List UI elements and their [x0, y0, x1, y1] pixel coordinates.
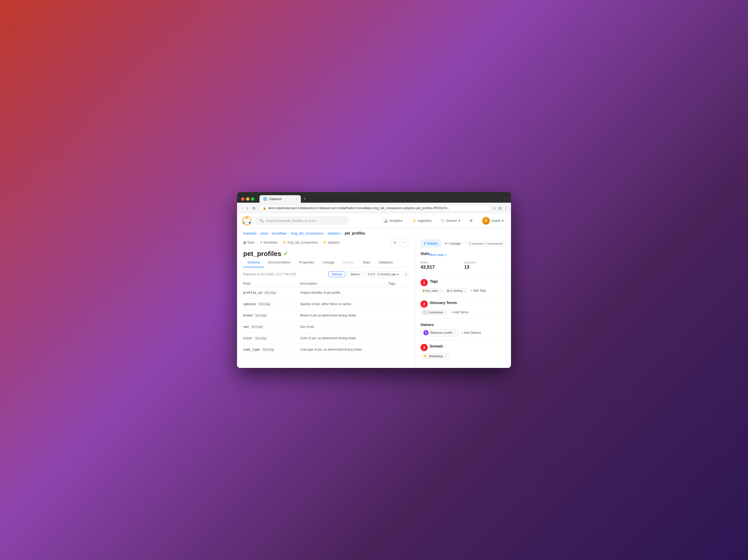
version-label: 0.0.0 - 3 months ago [368, 273, 396, 276]
schema-toolbar: Reported at 3/17/2022, 12:27 PM CDT Norm… [243, 272, 409, 277]
copy-button[interactable]: ⎘ [391, 238, 399, 247]
desc-cell: Sex of pet [300, 325, 388, 329]
more-button[interactable]: ⋮ [504, 206, 508, 211]
meta-sep-1: › [257, 241, 258, 244]
user-avatar: G [482, 217, 490, 225]
add-owners-button[interactable]: + Add Owners [460, 330, 483, 335]
ingestion-label: Ingestion [418, 219, 431, 223]
new-tab-button[interactable]: + [301, 196, 309, 202]
tag-dot-purple [447, 290, 449, 291]
more-actions-button[interactable]: ⋯ [401, 238, 409, 247]
analytics-icon: 📊 [383, 219, 388, 223]
app-nav: 🔍 Search Datasets, People, & more... 📊 A… [237, 214, 511, 228]
address-bar[interactable]: 🔒 demo.datahubproject.io/dataset/urn:li:… [259, 205, 491, 211]
tag-has-stats-close[interactable]: × [439, 289, 441, 292]
breadcrumb-snowflake[interactable]: snowflake [272, 231, 287, 235]
back-button[interactable]: ‹ [240, 205, 243, 211]
lineage-badge[interactable]: 0 upstream, 2 downstream [467, 241, 506, 246]
adoption-folder-icon: 📁 [323, 241, 327, 244]
tag-in-testing-close[interactable]: × [464, 289, 465, 292]
ingestion-nav-item[interactable]: ⚡ Ingestion [410, 218, 434, 224]
owner-avatar-s: S [423, 330, 428, 335]
columns-label: Columns [464, 261, 506, 264]
field-name: coat_type [243, 348, 260, 352]
columns-value: 13 [464, 264, 506, 270]
lineage-tab-label: Lineage [449, 241, 461, 246]
tag-in-testing: in_testing × [445, 288, 468, 293]
meta-type: ▦ Table [243, 241, 255, 244]
svg-point-1 [246, 217, 248, 219]
field-name: profile_id [243, 291, 262, 295]
breadcrumb-adoption[interactable]: adoption [327, 231, 341, 235]
divider-1 [421, 275, 506, 275]
breadcrumb-sep-3: › [288, 231, 289, 235]
bookmark-button[interactable]: ☆ [493, 206, 496, 211]
table-row: color String Color of pet, as determined… [243, 333, 409, 344]
meta-platform: ❄ Snowflake [260, 241, 278, 244]
govern-nav-item[interactable]: 🛡 Govern ▾ [439, 218, 463, 224]
fullscreen-traffic-light[interactable] [251, 197, 254, 201]
close-traffic-light[interactable] [241, 197, 244, 201]
owner-shannon: S Shannon Lovett × [421, 329, 458, 336]
domain-icon: 📁 [423, 354, 427, 358]
refresh-button[interactable]: ↻ [251, 205, 257, 211]
desc-cell: Unique identifier of pet profile [300, 291, 388, 295]
breadcrumb-datasets[interactable]: Datasets [243, 231, 256, 235]
settings-nav-item[interactable]: ⚙ [468, 218, 475, 224]
detail-tab-lineage[interactable]: ⇌ Lineage [441, 239, 465, 248]
datahub-logo-svg [242, 216, 252, 226]
schema-info-button[interactable]: ℹ [404, 272, 409, 277]
normal-button[interactable]: Normal [328, 272, 345, 277]
forward-button[interactable]: › [246, 205, 249, 211]
type-badge: String [258, 302, 271, 306]
glossary-section: 2 Glossary Terms 📋 Confidential × + Add … [421, 300, 506, 315]
detail-tab-details[interactable]: ℹ Details [421, 239, 441, 248]
search-bar[interactable]: 🔍 Search Datasets, People, & more... [256, 217, 349, 225]
profile-button[interactable]: ⊙ [498, 206, 502, 211]
domain-title: Domain [430, 344, 443, 348]
domain-label: Marketing [429, 354, 443, 358]
field-cell: profile_id String [243, 291, 300, 295]
domain-close[interactable]: × [445, 355, 446, 357]
more-stats-link[interactable]: More stats > [429, 253, 446, 257]
table-row: species String Species of pet, either fe… [243, 299, 409, 310]
tab-validation[interactable]: Validation [375, 258, 397, 267]
svg-point-2 [249, 221, 251, 224]
version-chevron: ▾ [397, 273, 399, 276]
meta-folder: 📁 adoption [323, 241, 340, 244]
term-confidential-close[interactable]: × [444, 311, 446, 314]
minimize-traffic-light[interactable] [246, 197, 250, 201]
analytics-nav-item[interactable]: 📊 Analytics [381, 218, 405, 224]
app-logo [242, 216, 252, 226]
owner-close[interactable]: × [454, 331, 455, 334]
tab-close-button[interactable]: × [296, 197, 297, 201]
tags-row: has_stats × in_testing × + Add Tags [421, 288, 506, 293]
add-terms-button[interactable]: + Add Terms [450, 310, 470, 314]
tab-properties[interactable]: Properties [295, 258, 318, 267]
divider-2 [421, 297, 506, 297]
meta-type-label: Table [247, 241, 255, 244]
table-icon: ▦ [243, 241, 246, 244]
info-icon: ℹ [424, 241, 425, 246]
desc-cell: Breed of pet as determined during intake [300, 313, 388, 317]
address-text: demo.datahubproject.io/dataset/urn:li:da… [268, 206, 487, 210]
owners-section: Owners S Shannon Lovett × + Add Owners [421, 322, 506, 336]
tags-section: 1 Tags has_stats × in_testing × [421, 279, 506, 293]
user-menu[interactable]: G Guest ▾ [480, 216, 506, 226]
window-controls: ⋯ [503, 195, 507, 203]
glossary-title: Glossary Terms [430, 301, 457, 305]
breadcrumb-prod[interactable]: prod [261, 231, 267, 235]
tab-lineage[interactable]: Lineage [318, 258, 338, 267]
breadcrumb-schema[interactable]: long_tail_companions [291, 231, 323, 235]
blame-button[interactable]: Blame [347, 272, 363, 277]
tab-documentation[interactable]: Documentation [264, 258, 295, 267]
version-select[interactable]: 0.0.0 - 3 months ago ▾ [365, 272, 402, 277]
add-tags-button[interactable]: + Add Tags [469, 288, 488, 293]
field-name: species [243, 303, 256, 306]
tab-schema[interactable]: Schema [243, 258, 264, 267]
field-name: sex [243, 325, 249, 329]
breadcrumb-sep-1: › [258, 231, 259, 235]
verified-icon: ✓ [283, 251, 288, 257]
tab-stats[interactable]: Stats [358, 258, 375, 267]
browser-tab[interactable]: 🌐 DataHub × [259, 195, 301, 203]
